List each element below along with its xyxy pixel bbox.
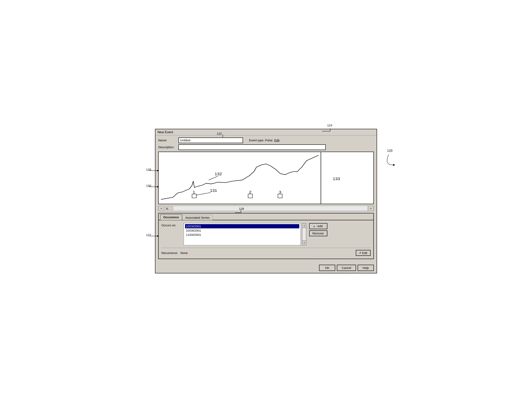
occurs-list-wrap: 10/24/2001 10/28/2001 11/04/2001 ∧ ∨: [184, 223, 327, 245]
recurrence-label: Recurrence: None: [161, 251, 188, 255]
svg-line-16: [209, 176, 218, 180]
occurs-on-row: Occurs on: 10/24/2001 10/28/2001 11/04/2…: [161, 223, 371, 245]
svg-marker-0: [393, 164, 395, 166]
tab-bar: Occurence Associated Series: [159, 214, 373, 220]
scroll-thumb[interactable]: III: [165, 207, 173, 210]
help-btn[interactable]: Help: [358, 265, 374, 271]
dialog-titlebar: New Event 124: [155, 129, 377, 135]
occurs-on-label: Occurs on:: [161, 223, 184, 227]
dialog-footer: OK Cancel Help: [155, 263, 377, 273]
svg-marker-23: [157, 235, 159, 237]
add-date-btn[interactable]: ⊞ Add: [309, 223, 327, 229]
scroll-left-btn[interactable]: «: [158, 206, 164, 211]
occurs-actions: ⊞ Add Remove: [309, 223, 327, 245]
add-icon: ⊞: [312, 224, 316, 228]
occurs-list[interactable]: 10/24/2001 10/28/2001 11/04/2001: [184, 223, 301, 245]
dialog-title: New Event: [158, 130, 173, 134]
recurrence-row: Recurrence: None ↺ Edit: [161, 250, 371, 256]
divider: [161, 248, 371, 248]
svg-rect-11: [248, 194, 252, 198]
ok-btn[interactable]: OK: [319, 265, 335, 271]
occurs-list-item-1[interactable]: 10/28/2001: [185, 228, 299, 233]
recurrence-edit-btn[interactable]: ↺ Edit: [356, 250, 371, 256]
event-type-label: Event type: Pulse: [249, 139, 273, 142]
svg-rect-9: [192, 194, 196, 198]
occurs-list-item-0[interactable]: 10/24/2001: [185, 224, 299, 228]
chart-area: 1 2 3 132 131: [158, 152, 374, 204]
scroll-right-btn[interactable]: »: [368, 206, 374, 211]
chart-scrollbar[interactable]: « III »: [158, 206, 374, 211]
svg-text:3: 3: [279, 190, 281, 194]
svg-text:1: 1: [193, 190, 195, 194]
ref-120-label: 120: [387, 149, 393, 153]
list-scrollbar: ∧ ∨: [302, 223, 306, 245]
svg-text:133: 133: [333, 177, 340, 181]
recurrence-icon: ↺: [359, 251, 361, 254]
name-input[interactable]: [178, 138, 243, 143]
tab-associated-series[interactable]: Associated Series: [183, 215, 213, 220]
svg-text:132: 132: [215, 172, 222, 176]
new-event-dialog: New Event 124 Name: 122 Event type: Puls…: [155, 129, 377, 273]
tab-panel: Occurence Associated Series Occurs on:: [158, 213, 374, 259]
description-input[interactable]: [178, 144, 326, 150]
remove-date-btn[interactable]: Remove: [309, 230, 327, 236]
tab-occurrence-content: Occurs on: 10/24/2001 10/28/2001 11/04/2…: [159, 220, 373, 259]
scroll-thumb-label: III: [165, 207, 168, 210]
cancel-btn[interactable]: Cancel: [337, 265, 356, 271]
occurs-list-item-2[interactable]: 11/04/2001: [185, 233, 299, 237]
scroll-track: III: [164, 206, 368, 211]
list-scroll-mid: [302, 228, 306, 241]
tab-occurrence[interactable]: Occurence: [160, 214, 182, 220]
name-label: Name:: [158, 139, 178, 142]
svg-rect-13: [278, 194, 282, 198]
svg-line-18: [196, 192, 211, 195]
svg-text:131: 131: [210, 188, 217, 193]
list-scroll-up-btn[interactable]: ∧: [302, 223, 306, 228]
svg-text:2: 2: [249, 190, 252, 194]
event-type-edit-link[interactable]: Edit: [274, 139, 279, 142]
description-label: Description:: [158, 145, 178, 149]
list-scroll-down-btn[interactable]: ∨: [302, 241, 306, 245]
